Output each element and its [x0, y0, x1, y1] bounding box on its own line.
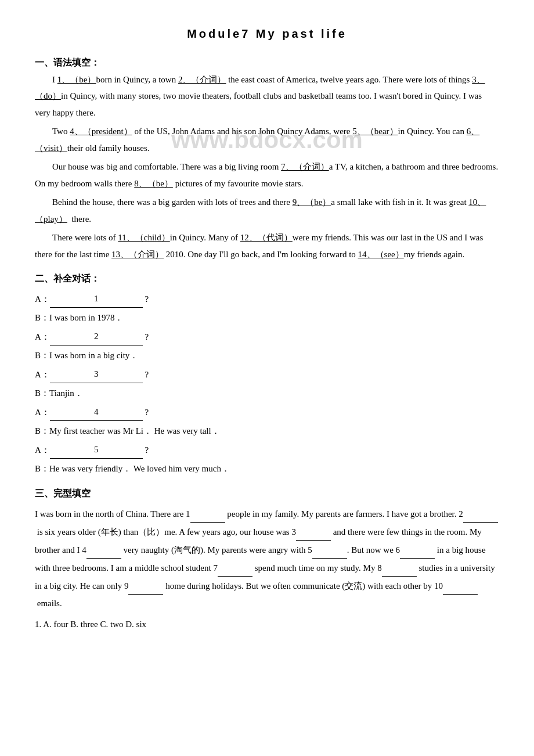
- section2: 二、补全对话： A： 1 ? B：I was born in 1978． A： …: [35, 271, 499, 477]
- blank-2: 2、（介词）: [178, 75, 226, 84]
- dialog-a4: B：My first teacher was Mr Li． He was ver…: [35, 422, 499, 440]
- dialog-q2: A： 2 ?: [35, 327, 499, 345]
- blank-14: 14、（see）: [358, 250, 404, 259]
- dialog-q4: A： 4 ?: [35, 403, 499, 421]
- cloze-10: [443, 577, 478, 595]
- paragraph-2: Two 4、（president） of the US, John Adams …: [35, 123, 499, 156]
- section3-text: I was born in the north of China. There …: [35, 505, 499, 612]
- blank-13: 13、（介词）: [111, 250, 164, 259]
- blank-10: 10、（play）: [35, 197, 486, 224]
- cloze-7: [218, 559, 252, 577]
- dialog-q3: A： 3 ?: [35, 365, 499, 383]
- dialog-blank-4: 4: [50, 403, 143, 421]
- section2-label: 二、补全对话：: [35, 271, 499, 287]
- cloze-8: [382, 559, 417, 577]
- cloze-1: [190, 505, 225, 523]
- dialog-q5: A： 5 ?: [35, 441, 499, 459]
- dialog-q1: A： 1 ?: [35, 290, 499, 308]
- cloze-3: [296, 523, 331, 541]
- dialog-a1: B：I was born in 1978．: [35, 309, 499, 326]
- paragraph-4: Behind the house, there was a big garden…: [35, 194, 499, 227]
- cloze-2: [463, 505, 498, 523]
- dialog-blank-5: 5: [50, 441, 143, 459]
- dialog-a2: B：I was born in a big city．: [35, 347, 499, 364]
- blank-9: 9、（be）: [293, 197, 331, 207]
- cloze-5: [312, 541, 347, 559]
- dialog-blank-1: 1: [50, 290, 143, 308]
- page-title: Module7 My past life: [35, 23, 499, 44]
- dialog-blank-2: 2: [50, 327, 143, 345]
- dialog-a5: B：He was very friendly． We loved him ver…: [35, 460, 499, 477]
- blank-4: 4、（president）: [70, 127, 132, 136]
- cloze-6: [400, 541, 435, 559]
- blank-7: 7、（介词）: [281, 162, 329, 171]
- cloze-9: [128, 577, 163, 595]
- answer-row-1: 1. A. four B. three C. two D. six: [35, 615, 499, 633]
- section3: 三、完型填空 I was born in the north of China.…: [35, 485, 499, 633]
- section3-label: 三、完型填空: [35, 485, 499, 502]
- dialog-blank-3: 3: [50, 365, 143, 383]
- blank-5: 5、（bear）: [352, 127, 398, 136]
- blank-1: 1、（be）: [57, 75, 96, 84]
- paragraph-5: There were lots of 11、（child）in Quincy. …: [35, 229, 499, 262]
- blank-11: 11、（child）: [118, 233, 169, 242]
- page-container: Module7 My past life 一、语法填空： I 1、（be）bor…: [35, 23, 499, 633]
- cloze-4: [86, 541, 121, 559]
- blank-12: 12、（代词）: [240, 233, 293, 242]
- blank-8: 8、（be）: [134, 179, 173, 188]
- blank-3: 3、（do）: [35, 75, 485, 101]
- paragraph-1: I 1、（be）born in Quincy, a town 2、（介词） th…: [35, 71, 499, 121]
- section1: 一、语法填空： I 1、（be）born in Quincy, a town 2…: [35, 55, 499, 262]
- section1-label: 一、语法填空：: [35, 57, 100, 67]
- dialog-a3: B：Tianjin．: [35, 384, 499, 402]
- paragraph-3: Our house was big and comfortable. There…: [35, 159, 499, 192]
